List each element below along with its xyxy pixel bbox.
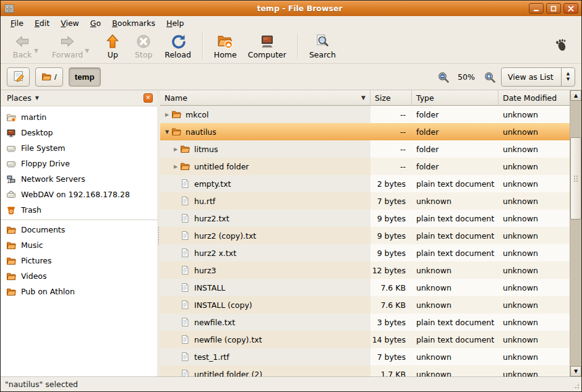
sidebar-item-file-system[interactable]: File System (1, 140, 157, 156)
sidebar-item-label: Pictures (21, 256, 52, 265)
resize-grip[interactable] (572, 381, 580, 390)
file-date-modified: unknown (499, 348, 570, 365)
sidebar-item-martin[interactable]: martin (1, 109, 157, 125)
sidebar-item-label: Trash (21, 205, 41, 215)
forward-history-dropdown[interactable]: ▼ (85, 39, 95, 54)
sidebar-title[interactable]: Places (7, 93, 32, 103)
computer-button[interactable]: Computer (242, 32, 292, 61)
forward-button[interactable]: Forward (46, 32, 88, 61)
file-type: folder (412, 158, 499, 175)
table-row[interactable]: hu.rtf7 bytesunknownunknown (160, 192, 570, 210)
expander-expanded-icon[interactable]: ▼ (163, 129, 171, 135)
close-button[interactable] (563, 3, 578, 14)
table-row[interactable]: INSTALL (copy)7.6 KBunknownunknown (160, 296, 570, 313)
menu-help[interactable]: Help (161, 17, 190, 30)
table-row[interactable]: untitled folder (2)1.7 KBunknownunknown (160, 365, 570, 377)
view-mode-dropdown[interactable]: View as List ▲▼ (501, 67, 575, 87)
sidebar-item-documents[interactable]: Documents (1, 222, 157, 237)
menu-bookmarks[interactable]: Bookmarks (106, 17, 161, 30)
folder-icon (171, 109, 181, 119)
stop-icon (135, 33, 152, 50)
table-row[interactable]: hurz2 x.txt9 bytesplain text documentunk… (160, 244, 570, 262)
back-button[interactable]: Back (7, 32, 38, 61)
table-row[interactable]: newfile.txt3 bytesplain text documentunk… (160, 313, 570, 331)
file-date-modified: unknown (499, 192, 570, 210)
search-button[interactable]: Search (304, 32, 341, 61)
menu-view[interactable]: View (55, 17, 85, 30)
folder-icon (6, 271, 16, 281)
file-type: folder (412, 140, 499, 158)
sidebar-item-desktop[interactable]: Desktop (1, 125, 157, 140)
edit-location-icon (12, 70, 25, 84)
home-button[interactable]: Home (208, 32, 242, 61)
splitter-grip-icon (158, 226, 160, 245)
table-row[interactable]: test_1.rtf7 bytesunknownunknown (160, 348, 570, 365)
toolbar-button-label: Up (108, 51, 118, 59)
scroll-up-button[interactable]: ▲ (570, 90, 581, 101)
root-path-button[interactable]: / (35, 67, 63, 87)
path-button-temp[interactable]: temp (69, 67, 101, 87)
view-mode-label: View as List (502, 72, 561, 82)
chevron-down-icon: ▼ (35, 95, 39, 101)
stop-button[interactable]: Stop (128, 32, 159, 61)
vertical-scrollbar[interactable]: ▲ ▼ (570, 90, 581, 377)
table-row[interactable]: hurz2 (copy).txt9 bytesplain text docume… (160, 227, 570, 244)
expander-collapsed-icon[interactable]: ▶ (171, 147, 180, 152)
file-size: 9 bytes (370, 244, 412, 262)
scroll-down-button[interactable]: ▼ (570, 366, 581, 377)
pane-splitter[interactable] (157, 90, 160, 377)
table-row[interactable]: empty.txt2 bytesplain text documentunkno… (160, 175, 570, 192)
maximize-button[interactable] (546, 3, 561, 14)
sidebar-item-trash[interactable]: Trash (1, 202, 157, 218)
sidebar-item-network-servers[interactable]: Network Servers (1, 171, 157, 187)
menu-edit[interactable]: Edit (29, 17, 55, 30)
column-header-size[interactable]: Size (370, 90, 412, 106)
sidebar-item-videos[interactable]: Videos (1, 268, 157, 284)
file-date-modified: unknown (499, 106, 570, 123)
table-row[interactable]: hurz2.txt9 bytesplain text documentunkno… (160, 210, 570, 227)
home-folder-small-icon (6, 113, 16, 122)
file-date-modified: unknown (499, 140, 570, 158)
table-row[interactable]: INSTALL7.6 KBunknownunknown (160, 279, 570, 296)
text-file-icon (180, 300, 190, 310)
folder-icon (180, 144, 190, 154)
zoom-out-icon[interactable] (437, 71, 449, 83)
zoom-in-icon[interactable] (484, 71, 495, 83)
expander-collapsed-icon[interactable]: ▶ (163, 112, 171, 117)
table-row[interactable]: ▶litmus--folderunknown (160, 140, 570, 158)
column-header-name[interactable]: Name▼ (160, 90, 370, 106)
file-date-modified: unknown (499, 123, 570, 140)
table-row[interactable]: newfile (copy).txt14 bytesplain text doc… (160, 331, 570, 348)
up-button[interactable]: Up (97, 32, 128, 61)
titlebar[interactable]: temp - File Browser (1, 1, 581, 16)
sidebar-item-webdav-on-192-168-178-28[interactable]: WebDAV on 192.168.178.28 (1, 187, 157, 202)
sidebar-close-button[interactable]: ✕ (143, 93, 153, 103)
menu-file[interactable]: File (5, 17, 29, 30)
toggle-location-entry-button[interactable] (7, 67, 30, 87)
reload-button[interactable]: Reload (159, 32, 197, 61)
expander-collapsed-icon[interactable]: ▶ (171, 164, 180, 169)
file-list: ▶mkcol--folderunknown▼nautilus--folderun… (160, 106, 570, 377)
sidebar-item-pub-on-athlon[interactable]: Pub on Athlon (1, 284, 157, 299)
text-file-icon (180, 196, 190, 206)
table-row[interactable]: ▶mkcol--folderunknown (160, 106, 570, 123)
sidebar-item-floppy-drive[interactable]: Floppy Drive (1, 156, 157, 171)
view-mode-spinner[interactable]: ▲▼ (561, 68, 575, 86)
file-manager-icon (4, 3, 15, 14)
search-doc-icon (314, 33, 330, 50)
menu-go[interactable]: Go (85, 17, 106, 30)
sidebar-item-music[interactable]: Music (1, 237, 157, 253)
scrollbar-thumb[interactable] (570, 137, 581, 219)
sort-descending-icon: ▼ (361, 95, 366, 101)
column-header-type[interactable]: Type (412, 90, 499, 106)
table-row[interactable]: hurz312 bytesunknownunknown (160, 262, 570, 279)
back-history-dropdown[interactable]: ▼ (34, 39, 44, 54)
file-name: untitled folder (2) (194, 370, 262, 377)
minimize-button[interactable] (529, 3, 544, 14)
table-row[interactable]: ▼nautilus--folderunknown (160, 123, 570, 140)
table-row[interactable]: ▶untitled folder--folderunknown (160, 158, 570, 175)
sidebar-item-pictures[interactable]: Pictures (1, 253, 157, 268)
column-header-date-modified[interactable]: Date Modified (499, 90, 570, 106)
scrollbar-track[interactable] (570, 101, 581, 366)
file-name: untitled folder (194, 162, 249, 171)
